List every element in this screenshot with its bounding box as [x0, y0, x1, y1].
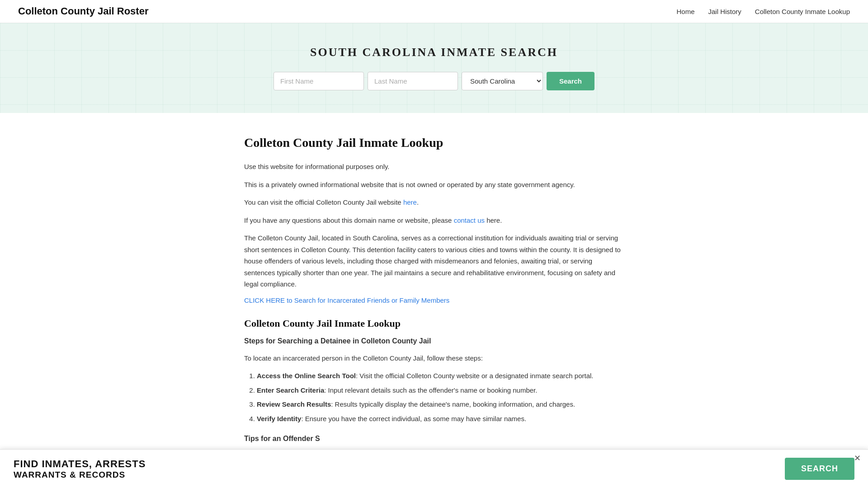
here-link[interactable]: here: [403, 198, 417, 206]
para-1: Use this website for informational purpo…: [244, 161, 624, 173]
search-form: South CarolinaAlabamaAlaskaArizonaArkans…: [9, 72, 859, 90]
steps-intro: To locate an incarcerated person in the …: [244, 352, 624, 364]
para-4-suffix: here.: [485, 216, 502, 224]
para-2: This is a privately owned informational …: [244, 179, 624, 191]
nav-jail-history[interactable]: Jail History: [708, 8, 741, 15]
hero-heading: SOUTH CAROLINA INMATE SEARCH: [9, 46, 859, 59]
main-content: Colleton County Jail Inmate Lookup Use t…: [231, 136, 637, 477]
steps-heading: Steps for Searching a Detainee in Collet…: [244, 335, 624, 347]
click-here-link[interactable]: CLICK HERE to Search for Incarcerated Fr…: [244, 296, 624, 304]
close-icon: ✕: [854, 454, 861, 463]
ad-banner: FIND INMATES, ARRESTS WARRANTS & RECORDS…: [0, 449, 868, 488]
list-item: Enter Search Criteria: Input relevant de…: [257, 385, 624, 396]
last-name-input[interactable]: [368, 72, 458, 90]
contact-us-link[interactable]: contact us: [454, 216, 485, 224]
ad-line2: WARRANTS & RECORDS: [14, 470, 146, 480]
first-name-input[interactable]: [274, 72, 364, 90]
main-nav: Home Jail History Colleton County Inmate…: [676, 8, 850, 15]
list-item: Review Search Results: Results typically…: [257, 399, 624, 410]
para-3-suffix: .: [417, 198, 419, 206]
state-select[interactable]: South CarolinaAlabamaAlaskaArizonaArkans…: [462, 72, 543, 90]
search-button[interactable]: Search: [547, 72, 594, 90]
para-4: If you have any questions about this dom…: [244, 215, 624, 226]
main-heading: Colleton County Jail Inmate Lookup: [244, 136, 624, 150]
list-item: Verify Identity: Ensure you have the cor…: [257, 413, 624, 425]
ad-close-button[interactable]: ✕: [854, 454, 861, 462]
nav-home[interactable]: Home: [676, 8, 694, 15]
tips-heading: Tips for an Offender S: [244, 432, 624, 445]
para-3-prefix: You can visit the official Colleton Coun…: [244, 198, 403, 206]
subheading-1: Colleton County Jail Inmate Lookup: [244, 318, 624, 329]
site-title[interactable]: Colleton County Jail Roster: [18, 5, 148, 17]
ad-search-button[interactable]: SEARCH: [785, 458, 854, 480]
para-5: The Colleton County Jail, located in Sou…: [244, 232, 624, 290]
hero-section: SOUTH CAROLINA INMATE SEARCH South Carol…: [0, 23, 868, 113]
ad-line1: FIND INMATES, ARRESTS: [14, 458, 146, 470]
nav-inmate-lookup[interactable]: Colleton County Inmate Lookup: [755, 8, 850, 15]
steps-list: Access the Online Search Tool: Visit the…: [257, 370, 624, 424]
ad-text: FIND INMATES, ARRESTS WARRANTS & RECORDS: [14, 458, 146, 480]
para-3: You can visit the official Colleton Coun…: [244, 197, 624, 208]
para-4-prefix: If you have any questions about this dom…: [244, 216, 454, 224]
list-item: Access the Online Search Tool: Visit the…: [257, 370, 624, 382]
